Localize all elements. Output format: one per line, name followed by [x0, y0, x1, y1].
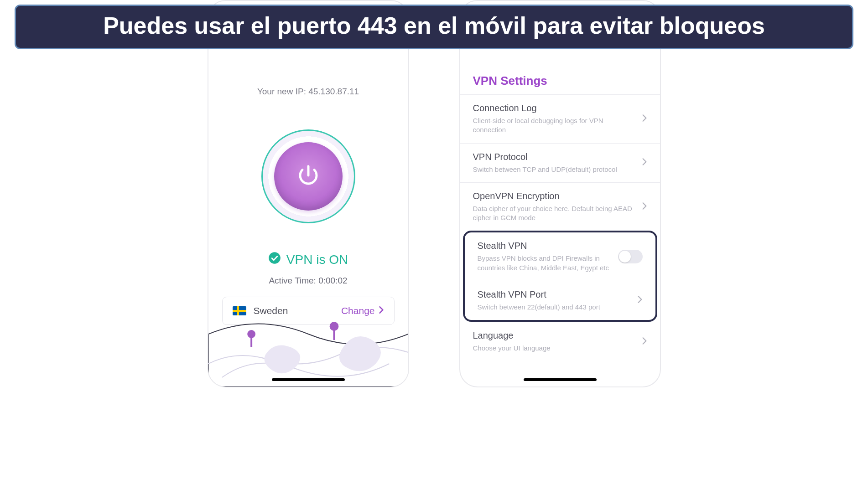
power-button[interactable]: [261, 129, 355, 223]
setting-title-text: Stealth VPN: [478, 241, 612, 251]
home-indicator: [272, 378, 345, 381]
change-button[interactable]: Change: [341, 305, 384, 316]
setting-title-text: VPN Protocol: [473, 152, 635, 162]
svg-point-1: [247, 330, 255, 338]
phone-left: Your new IP: 45.130.87.11: [208, 0, 409, 387]
setting-desc-text: Data cipher of your choice here. Default…: [473, 204, 635, 223]
setting-desc-text: Client-side or local debugging logs for …: [473, 116, 635, 135]
svg-rect-4: [333, 326, 335, 340]
setting-title-text: Connection Log: [473, 103, 635, 113]
vpn-status: VPN is ON: [208, 252, 408, 268]
chevron-right-icon: [642, 158, 647, 168]
setting-connection-log[interactable]: Connection Log Client-side or local debu…: [460, 94, 660, 143]
chevron-right-icon: [642, 114, 647, 124]
setting-stealth-vpn-port[interactable]: Stealth VPN Port Switch between 22(defau…: [465, 281, 655, 320]
svg-rect-2: [250, 334, 252, 347]
chevron-right-icon: [642, 202, 647, 212]
country-name: Sweden: [254, 305, 288, 316]
setting-desc-text: Switch between 22(default) and 443 port: [478, 303, 631, 312]
phone-right: VPN Settings Connection Log Client-side …: [459, 0, 661, 387]
setting-title-text: Stealth VPN Port: [478, 289, 631, 300]
setting-openvpn-encryption[interactable]: OpenVPN Encryption Data cipher of your c…: [460, 182, 660, 231]
chevron-right-icon: [379, 305, 384, 316]
setting-stealth-vpn[interactable]: Stealth VPN Bypass VPN blocks and DPI Fi…: [465, 232, 655, 281]
home-indicator: [524, 378, 597, 381]
svg-point-0: [269, 252, 281, 264]
setting-desc-text: Switch between TCP and UDP(default) prot…: [473, 165, 635, 174]
check-icon: [268, 252, 281, 268]
change-label: Change: [341, 305, 375, 316]
chevron-right-icon: [637, 295, 643, 305]
setting-language[interactable]: Language Choose your UI language: [460, 322, 660, 361]
svg-point-3: [329, 322, 338, 331]
highlighted-settings: Stealth VPN Bypass VPN blocks and DPI Fi…: [463, 231, 657, 322]
setting-title-text: Language: [473, 330, 635, 341]
power-icon: [296, 163, 321, 190]
headline-banner: Puedes usar el puerto 443 en el móvil pa…: [15, 5, 853, 49]
setting-vpn-protocol[interactable]: VPN Protocol Switch between TCP and UDP(…: [460, 143, 660, 182]
setting-title-text: OpenVPN Encryption: [473, 191, 635, 201]
setting-desc-text: Choose your UI language: [473, 344, 635, 353]
active-time: Active Time: 0:00:02: [208, 276, 408, 286]
headline-text: Puedes usar el puerto 443 en el móvil pa…: [16, 12, 852, 40]
ip-label: Your new IP: 45.130.87.11: [208, 87, 408, 97]
vpn-status-text: VPN is ON: [286, 252, 348, 267]
setting-desc-text: Bypass VPN blocks and DPI Firewalls in c…: [478, 254, 612, 273]
flag-sweden-icon: [233, 306, 246, 315]
chevron-right-icon: [642, 337, 647, 347]
country-selector[interactable]: Sweden Change: [222, 297, 395, 325]
globe-illustration: [208, 309, 408, 386]
stealth-vpn-toggle[interactable]: [618, 250, 643, 263]
